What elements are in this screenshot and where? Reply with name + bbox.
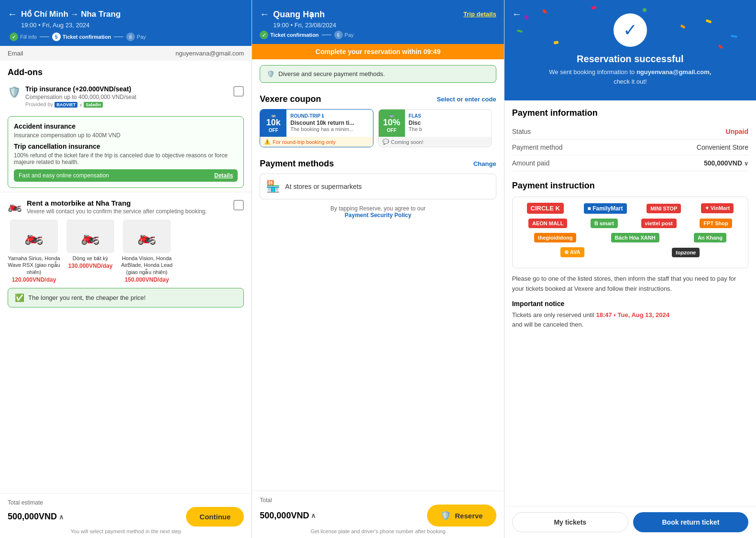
pay-method-row: 🏪 At stores or supermarkets	[260, 174, 496, 199]
step-pay: 6 Pay	[126, 33, 146, 41]
status-label: Status	[512, 128, 531, 135]
p2-passenger-name: Quang Hạnh	[273, 9, 325, 20]
check-icon: ✓	[623, 20, 637, 40]
saladin-logo: Saladin	[84, 102, 103, 108]
pay-method-label: At stores or supermarkets	[285, 183, 362, 190]
important-notice: Important notice	[512, 300, 748, 307]
payment-method-label: Payment method	[512, 143, 563, 151]
payment-info-title: Payment information	[512, 108, 748, 118]
step2-ticket-confirm: ✓ Ticket confirmation	[260, 31, 318, 39]
step2-ticket-confirm-label: Ticket confirmation	[270, 32, 318, 38]
insurance-footer: Fast and easy online compensation Detail…	[14, 169, 238, 182]
email-label: Email	[8, 50, 23, 57]
total-caret[interactable]: ∧	[59, 513, 64, 521]
coupon-2-off: OFF	[387, 128, 396, 133]
ava-logo: ⊕ AVA	[560, 247, 584, 257]
coupon-link[interactable]: Select or enter code	[437, 96, 496, 103]
bike-card-3: 🏍️ Honda Vision, Honda AirBlade, Honda L…	[121, 220, 173, 283]
store-icon: 🏪	[266, 180, 280, 193]
coupon-1-off: OFF	[269, 128, 278, 133]
payment-method-value: Convenient Store	[697, 143, 748, 151]
step-pay-circle: 6	[126, 33, 135, 41]
secure-text: Diverse and secure payment methods.	[278, 70, 385, 77]
cancellation-insurance-desc: 100% refund of the ticket fare if the tr…	[14, 152, 238, 165]
coupon-card-1[interactable]: 🚌 10k OFF ROUND-TRIP ℹ Discount 10k retu…	[260, 109, 373, 147]
p3-success-header: ← ✓ Reservation successful We sent booki…	[504, 0, 756, 100]
confetti-9	[553, 41, 559, 44]
p1-datetime: 19:00 • Fri, Aug 23, 2024	[21, 22, 244, 29]
bike-price-1: 120.000VND/day	[8, 276, 60, 283]
continue-button[interactable]: Continue	[186, 507, 244, 527]
p2-steps: ✓ Ticket confirmation 6 Pay	[260, 31, 496, 39]
insurance-checkbox[interactable]	[233, 86, 244, 97]
ministop-logo: MINI STOP	[646, 204, 681, 213]
amount-caret-icon: ∨	[744, 160, 748, 167]
insurance-card: Accident insurance Insurance compensatio…	[8, 116, 244, 188]
coupon-title: Vexere coupon	[260, 94, 321, 104]
bsmart-logo: B smart	[591, 219, 618, 228]
insurance-details-link[interactable]: Details	[214, 172, 233, 179]
coupon-2-desc: Disc	[409, 120, 487, 126]
p3-back-button[interactable]: ←	[512, 9, 522, 20]
p2-footer-total-row: 500,000VND ∧ 🛡️ Reserve	[260, 505, 496, 527]
fpt-logo: FPT Shop	[700, 219, 732, 228]
store-logos-row-1: CIRCLE K ■ FamilyMart MINI STOP ✦ VinMar…	[518, 203, 742, 214]
secure-banner: 🛡️ Diverse and secure payment methods.	[260, 65, 496, 83]
bike-checkbox[interactable]	[233, 200, 244, 210]
timer-bar: Complete your reservation within 09:49	[252, 44, 504, 59]
success-check-circle: ✓	[614, 13, 647, 47]
bachhoaxanh-logo: Bách Hóa XANH	[611, 233, 659, 242]
success-subtitle: We sent booking information to nguyenvan…	[514, 67, 746, 86]
instruction-title: Payment instruction	[512, 181, 748, 191]
warning-icon: ⚠️	[264, 139, 271, 145]
bike-price-3: 150.000VND/day	[121, 276, 173, 283]
bike-title: Rent a motorbike at Nha Trang	[27, 199, 229, 207]
bike-name-3: Honda Vision, Honda AirBlade, Honda Lead…	[121, 255, 173, 275]
insurance-desc: Compensation up to 400,000,000 VND/seat	[25, 94, 229, 100]
bike-card-1: 🏍️ Yamaha Sirius, Honda Wave RSX (giao n…	[8, 220, 60, 283]
pay-title: Payment methods	[260, 159, 334, 169]
coupon-section: Vexere coupon Select or enter code 🚌 10k…	[252, 88, 504, 153]
notice-text: Tickets are only reserved until 18:47 • …	[512, 310, 748, 330]
bike-img-3: 🏍️	[123, 220, 171, 253]
p2-trip-details-link[interactable]: Trip details	[463, 11, 496, 18]
p2-total-caret[interactable]: ∧	[311, 512, 316, 519]
bike-name-2: Dòng xe bất kỳ	[64, 255, 117, 262]
coupon-card-2[interactable]: 🚌 10% OFF FLAS Disc The b 💬	[378, 109, 492, 147]
bike-text: Rent a motorbike at Nha Trang Vexere wil…	[27, 199, 229, 215]
notice-time: 18:47 • Tue, Aug 13, 2024	[596, 311, 669, 318]
coupon-info-icon: ℹ	[322, 113, 324, 119]
step2-dash	[322, 34, 331, 35]
amount-paid-row: Amount paid 500,000VND ∨	[512, 155, 748, 171]
accident-insurance-title: Accident insurance	[14, 122, 238, 130]
addons-title: Add-ons	[0, 61, 252, 80]
p2-header: ← Quang Hạnh Trip details 19:00 • Fri, 2…	[252, 0, 504, 44]
step2-ticket-confirm-circle: ✓	[260, 31, 268, 39]
coupon-1-top: 🚌 10k OFF ROUND-TRIP ℹ Discount 10k retu…	[260, 110, 373, 137]
policy-link[interactable]: Payment Security Policy	[345, 212, 411, 219]
aeon-logo: AEON MALL	[528, 219, 567, 228]
status-value: Unpaid	[726, 128, 748, 135]
my-tickets-button[interactable]: My tickets	[512, 512, 628, 532]
coupon-2-subdesc: The b	[409, 126, 487, 132]
step-ticket-confirm-circle: 5	[52, 33, 61, 41]
reserve-button[interactable]: 🛡️ Reserve	[427, 505, 496, 527]
return-ticket-button[interactable]: Book return ticket	[633, 512, 748, 532]
p1-back-button[interactable]: ←	[8, 9, 17, 20]
step-pay-label: Pay	[137, 34, 146, 40]
pay-change-link[interactable]: Change	[473, 160, 496, 167]
panel-2-payment: ← Quang Hạnh Trip details 19:00 • Fri, 2…	[252, 0, 504, 538]
p2-back-button[interactable]: ←	[260, 9, 269, 20]
p2-total-label: Total	[260, 497, 496, 504]
confetti-6	[680, 24, 685, 28]
p1-route-title: Hồ Chí Minh → Nha Trang	[21, 9, 121, 19]
coupon-2-info: FLAS Disc The b	[405, 110, 491, 137]
footer-note: You will select payment method in the ne…	[8, 528, 244, 534]
p1-body: Add-ons 🛡️ Trip insurance (+20.000VND/se…	[0, 61, 252, 538]
accident-insurance-desc: Insurance compensation up to 400M VND	[14, 132, 238, 139]
bike-img-1: 🏍️	[10, 220, 58, 253]
tgdd-logo: thegioididong	[534, 233, 577, 242]
p1-steps: ✓ Fill info 5 Ticket confirmation 6 Pay	[10, 33, 244, 41]
instruction-text: Please go to one of the listed stores, t…	[512, 274, 748, 294]
cancellation-insurance-title: Trip cancellation insurance	[14, 143, 238, 150]
